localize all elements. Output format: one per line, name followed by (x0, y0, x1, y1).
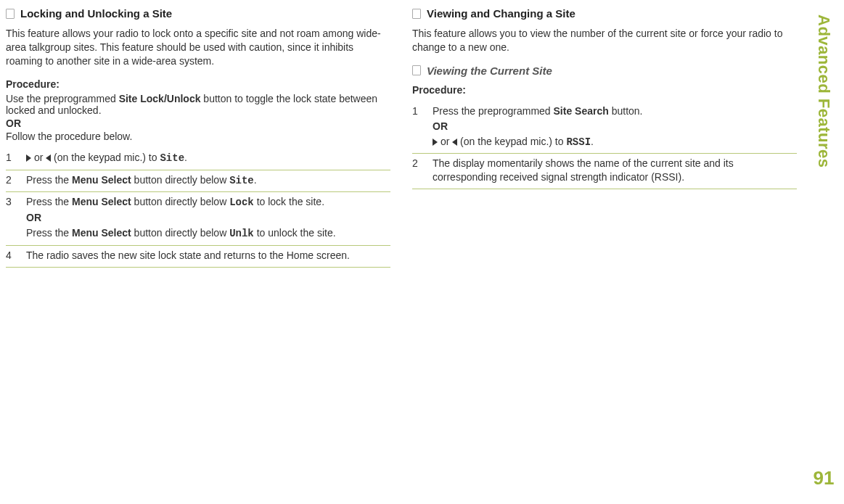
text: (on the keypad mic.) to (51, 152, 160, 163)
text: . (184, 152, 187, 163)
menu-select-label: Menu Select (72, 227, 131, 239)
subsection-heading-current: Viewing the Current Site (412, 65, 797, 77)
text: . (591, 136, 594, 147)
text: Use the preprogrammed (6, 93, 119, 104)
text: button. (609, 105, 643, 117)
document-icon (412, 9, 421, 19)
text: button directly below (131, 227, 229, 239)
text: The display momentarily shows the name o… (433, 157, 734, 183)
text: (on the keypad mic.) to (457, 136, 566, 147)
document-icon (6, 9, 15, 19)
text: Press the (26, 196, 72, 207)
right-column: Viewing and Changing a Site This feature… (412, 7, 797, 268)
procedure-label: Procedure: (6, 78, 390, 90)
menu-select-label: Menu Select (72, 174, 131, 186)
section-title: Advanced Features (814, 15, 833, 168)
text: to unlock the site. (254, 227, 336, 239)
heading-lock: Locking and Unlocking a Site (20, 7, 172, 20)
menu-unlk: Unlk (229, 228, 254, 239)
subheading-current: Viewing the Current Site (427, 65, 552, 77)
intro-view: This feature allows you to view the numb… (412, 27, 797, 54)
intro-lock: This feature allows your radio to lock o… (6, 27, 390, 68)
left-column: Locking and Unlocking a Site This featur… (6, 7, 390, 268)
text: . (254, 174, 257, 186)
text: Press the (26, 227, 72, 239)
text: or (438, 136, 452, 147)
site-lock-button-name: Site Lock/Unlock (119, 93, 201, 104)
procedure-label: Procedure: (412, 84, 797, 96)
arrow-right-icon (26, 154, 31, 162)
text: or (31, 152, 46, 163)
step-1: or (on the keypad mic.) to Site. (6, 148, 390, 170)
step-1: Press the preprogrammed Site Search butt… (412, 102, 797, 154)
text: to lock the site. (254, 196, 324, 207)
text: button directly below (131, 196, 229, 207)
step-3: Press the Menu Select button directly be… (6, 192, 390, 246)
site-search-label: Site Search (554, 105, 609, 117)
menu-lock: Lock (229, 197, 254, 208)
text: Press the preprogrammed (433, 105, 554, 117)
heading-view: Viewing and Changing a Site (427, 7, 575, 20)
step-2: The display momentarily shows the name o… (412, 154, 797, 189)
menu-select-label: Menu Select (72, 196, 131, 207)
menu-rssi: RSSI (566, 136, 591, 148)
menu-site: Site (160, 152, 184, 164)
steps-list-lock: or (on the keypad mic.) to Site. Press t… (6, 148, 390, 268)
section-heading-view: Viewing and Changing a Site (412, 7, 797, 20)
document-icon (412, 65, 421, 75)
sidebar: Advanced Features 91 (809, 15, 838, 489)
text: Press the (26, 174, 72, 186)
or-label: OR (26, 211, 390, 225)
or-label: OR (6, 117, 390, 129)
text: button directly below (131, 174, 229, 186)
follow-text: Follow the procedure below. (6, 131, 390, 142)
or-label: OR (433, 120, 797, 133)
step-4: The radio saves the new site lock state … (6, 246, 390, 268)
step-2: Press the Menu Select button directly be… (6, 170, 390, 193)
menu-site: Site (229, 175, 254, 186)
page-number: 91 (814, 467, 835, 489)
arrow-right-icon (433, 139, 438, 146)
steps-list-view: Press the preprogrammed Site Search butt… (412, 102, 797, 189)
text: The radio saves the new site lock state … (26, 249, 350, 261)
section-heading-lock: Locking and Unlocking a Site (6, 7, 390, 20)
preprogrammed-instruction: Use the preprogrammed Site Lock/Unlock b… (6, 93, 390, 116)
